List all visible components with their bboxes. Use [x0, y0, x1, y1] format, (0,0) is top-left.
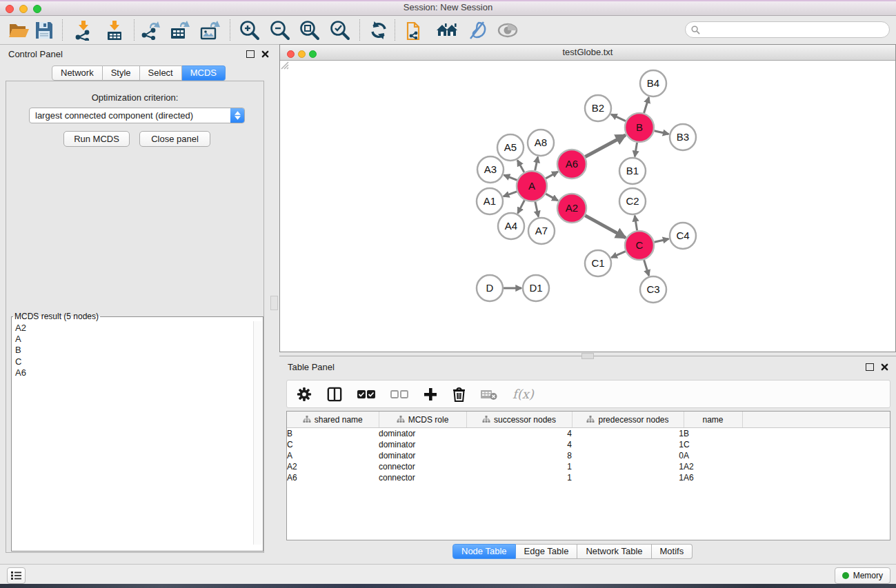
create-column-button[interactable]: [424, 384, 437, 405]
network-edge[interactable]: [585, 216, 626, 238]
export-image-button[interactable]: [198, 18, 223, 42]
zoom-in-button[interactable]: [237, 18, 262, 42]
run-mcds-button[interactable]: Run MCDS: [63, 131, 130, 147]
network-edge[interactable]: [504, 175, 517, 181]
network-node[interactable]: B1: [619, 158, 646, 184]
network-node[interactable]: B4: [640, 70, 666, 97]
network-canvas[interactable]: AA1A2A3A4A5A6A7A8BB1B2B3B4CC1C2C3C4DD1: [280, 61, 895, 352]
network-edge[interactable]: [535, 157, 538, 171]
network-node[interactable]: C: [625, 231, 654, 260]
close-panel-icon[interactable]: [261, 50, 269, 58]
style-toggle-button[interactable]: [465, 18, 490, 42]
zoom-selected-button[interactable]: [328, 18, 352, 42]
network-from-file-button[interactable]: [403, 18, 428, 42]
column-header[interactable]: predecessor nodes: [572, 412, 684, 428]
tab-node-table[interactable]: Node Table: [452, 544, 516, 559]
table-settings-button[interactable]: [297, 384, 312, 405]
zoom-out-button[interactable]: [268, 18, 292, 42]
tab-style[interactable]: Style: [103, 65, 140, 81]
tab-select[interactable]: Select: [140, 65, 182, 81]
import-table-button[interactable]: [102, 18, 127, 42]
table-row[interactable]: Bdominator41B: [287, 428, 890, 440]
select-all-columns-button[interactable]: [357, 384, 375, 405]
close-panel-button[interactable]: Close panel: [139, 131, 210, 147]
network-edge[interactable]: [518, 200, 525, 213]
network-edge[interactable]: [546, 172, 558, 179]
save-session-button[interactable]: [32, 18, 57, 42]
network-node[interactable]: C3: [640, 276, 666, 303]
export-table-button[interactable]: [168, 18, 192, 42]
tab-mcds[interactable]: MCDS: [182, 65, 226, 81]
network-edge[interactable]: [546, 194, 558, 201]
network-node[interactable]: A: [517, 171, 547, 201]
network-edge[interactable]: [585, 135, 625, 157]
network-node[interactable]: D: [477, 275, 503, 301]
result-scrollbar[interactable]: [253, 321, 262, 545]
table-float-icon[interactable]: [866, 363, 874, 371]
network-node[interactable]: B: [625, 113, 654, 142]
vertical-splitter-handle[interactable]: [270, 296, 278, 310]
table-row[interactable]: Adominator80A: [287, 450, 890, 461]
resize-grip-icon[interactable]: [280, 61, 289, 70]
tab-network[interactable]: Network: [52, 65, 103, 81]
network-edge[interactable]: [517, 160, 524, 172]
network-node[interactable]: A5: [497, 134, 524, 161]
network-node[interactable]: B3: [670, 124, 696, 150]
result-item[interactable]: A6: [15, 367, 250, 378]
network-edge[interactable]: [654, 131, 668, 134]
column-header[interactable]: name: [684, 412, 742, 428]
network-node[interactable]: A8: [528, 130, 554, 156]
zoom-fit-button[interactable]: [297, 18, 322, 42]
column-header[interactable]: MCDS role: [379, 412, 466, 428]
network-edge[interactable]: [635, 216, 637, 231]
network-edge[interactable]: [611, 252, 626, 258]
network-edge[interactable]: [644, 97, 649, 113]
network-node[interactable]: C1: [585, 250, 611, 276]
network-edge[interactable]: [654, 239, 668, 243]
float-panel-icon[interactable]: [246, 50, 255, 58]
result-item[interactable]: B: [15, 345, 250, 356]
import-network-button[interactable]: [71, 18, 96, 42]
network-edge[interactable]: [535, 201, 539, 216]
table-row[interactable]: A6connector11A6: [287, 472, 890, 483]
network-node[interactable]: A4: [498, 213, 524, 239]
network-node[interactable]: C2: [619, 188, 646, 214]
tab-edge-table[interactable]: Edge Table: [516, 544, 578, 559]
network-edge[interactable]: [635, 143, 637, 157]
hide-toggle-button[interactable]: [495, 18, 520, 42]
refresh-button[interactable]: [366, 18, 391, 42]
column-header[interactable]: successor nodes: [466, 412, 572, 428]
show-columns-button[interactable]: [327, 384, 342, 405]
unselect-all-columns-button[interactable]: [390, 384, 408, 405]
network-node[interactable]: C4: [670, 223, 696, 249]
network-node[interactable]: A3: [477, 156, 504, 183]
delete-table-button[interactable]: [481, 384, 497, 405]
open-file-button[interactable]: [6, 18, 31, 42]
delete-columns-button[interactable]: [452, 384, 466, 405]
network-node[interactable]: A2: [557, 194, 586, 223]
network-edge[interactable]: [611, 114, 626, 121]
table-row[interactable]: Cdominator41C: [287, 439, 890, 450]
result-item[interactable]: A2: [15, 323, 250, 334]
criterion-dropdown[interactable]: largest connected component (directed): [29, 108, 245, 123]
network-edge[interactable]: [504, 192, 517, 196]
search-box[interactable]: [685, 21, 890, 38]
network-node[interactable]: D1: [523, 275, 549, 301]
search-input[interactable]: [704, 24, 884, 35]
result-item[interactable]: C: [15, 356, 250, 367]
show-panels-button[interactable]: [7, 567, 26, 584]
tab-motifs[interactable]: Motifs: [652, 544, 693, 559]
network-node[interactable]: A6: [557, 150, 586, 179]
network-node[interactable]: A1: [477, 188, 503, 214]
home-button[interactable]: [435, 18, 459, 42]
table-close-icon[interactable]: [881, 363, 888, 371]
function-builder-button[interactable]: f(x): [512, 384, 534, 405]
network-edge[interactable]: [644, 260, 649, 276]
result-item[interactable]: A: [15, 334, 250, 345]
table-row[interactable]: A2connector11A2: [287, 461, 890, 472]
tab-network-table[interactable]: Network Table: [577, 544, 651, 559]
memory-button[interactable]: Memory: [835, 567, 890, 584]
column-header[interactable]: shared name: [287, 412, 379, 428]
horizontal-splitter-handle[interactable]: [581, 353, 594, 359]
export-network-button[interactable]: [139, 18, 163, 42]
